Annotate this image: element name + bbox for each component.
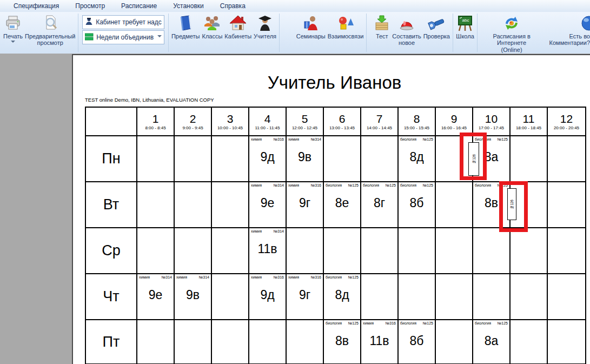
print-button[interactable]: Печать (2, 12, 24, 53)
period-number: 8 (414, 112, 420, 125)
timetable-cell[interactable] (137, 228, 175, 274)
period-number: 11 (523, 112, 535, 125)
timetable-cell[interactable] (473, 228, 511, 274)
timetable-cell[interactable] (137, 320, 175, 363)
period-number: 1 (153, 112, 159, 125)
test-button[interactable]: Тест (373, 12, 391, 53)
lesson-room: №125 (348, 275, 359, 279)
timetable-cell[interactable]: химия№3169д (249, 274, 287, 320)
timetable-cell[interactable] (511, 136, 548, 182)
menu-item-timetable[interactable]: Расписание (113, 2, 165, 10)
timetable-cell[interactable] (548, 182, 585, 228)
generate-button[interactable]: Составить новое (391, 12, 422, 53)
comments-button[interactable]: Есть во Комментарии? (538, 12, 590, 53)
house-icon (229, 14, 247, 33)
menu-item-view[interactable]: Просмотр (67, 2, 113, 10)
timetable-cell[interactable] (399, 274, 436, 320)
timetable-cell[interactable]: химия№3149в (287, 136, 324, 182)
timetable-cell[interactable] (324, 136, 361, 182)
weeks-join-combo[interactable]: Недели объединив (82, 30, 164, 44)
timetable-cell[interactable] (436, 274, 473, 320)
school-button[interactable]: abc Школа (455, 12, 476, 53)
timetable-cell[interactable] (436, 182, 473, 228)
timetable-cell[interactable]: биология№1258д (324, 274, 361, 320)
subjects-button[interactable]: Предметы (170, 12, 201, 53)
timetable-cell[interactable]: химия№31411в (249, 228, 287, 274)
timetable-cell[interactable] (511, 274, 548, 320)
menu-item-specification[interactable]: Спецификация (5, 2, 67, 10)
rooms-button[interactable]: Кабинеты (223, 12, 253, 53)
timetable-cell[interactable] (212, 136, 249, 182)
timetable-cell[interactable]: биология№1258г (361, 182, 399, 228)
timetable-cell[interactable]: химия№31611в (361, 320, 399, 363)
timetable-cell[interactable]: химия№3149е (249, 182, 287, 228)
lesson-subject: биология (326, 183, 342, 187)
chevron-down-icon[interactable] (157, 35, 162, 39)
menu-item-settings[interactable]: Установки (165, 2, 211, 10)
timetable-cell[interactable] (212, 274, 249, 320)
lesson-subject: химия (288, 183, 299, 187)
period-time: 8:00 - 8:45 (145, 125, 165, 130)
timetable-cell[interactable] (287, 228, 324, 274)
timetable-cell[interactable]: биология№1258в (324, 320, 361, 363)
timetable-cell[interactable]: химия№3169г (287, 274, 324, 320)
timetable-cell[interactable]: химия№3169д (249, 136, 287, 182)
timetable-cell[interactable] (324, 228, 361, 274)
timetable-cell[interactable]: химия№3149в (175, 274, 212, 320)
menu-item-help[interactable]: Справка (212, 2, 254, 10)
timetable-cell[interactable]: химия№3149е (137, 274, 175, 320)
timetable-cell[interactable] (137, 136, 175, 182)
timetable-cell[interactable] (511, 320, 548, 363)
timetable-cell[interactable] (175, 136, 212, 182)
classes-button[interactable]: Классы (201, 12, 224, 53)
timetable-cell[interactable] (399, 228, 436, 274)
toolbar: Печать Предварительный просмотр Кабинет … (0, 12, 590, 54)
timetable-cell[interactable] (436, 320, 473, 363)
teachers-button[interactable]: Учителя (253, 12, 277, 53)
lesson-room: №316 (386, 321, 396, 325)
timetable-cell[interactable] (473, 274, 511, 320)
timetable-cell[interactable] (548, 274, 585, 320)
lesson-class: 9д (249, 150, 286, 164)
lesson-room: №316 (311, 183, 321, 187)
lesson-room: №314 (274, 183, 284, 187)
timetable-cell[interactable] (361, 274, 399, 320)
seminars-button[interactable]: Семинары (295, 12, 327, 53)
day-cell: Пт (86, 320, 137, 363)
timetable-cell[interactable] (175, 228, 212, 274)
timetable-cell[interactable] (548, 320, 585, 363)
timetable-cell[interactable]: биология№1258б (399, 320, 436, 363)
timetable-cell[interactable] (361, 228, 399, 274)
weeks-icon (85, 33, 94, 42)
lesson-class: 8д (399, 150, 435, 164)
timetable-cell[interactable] (249, 320, 287, 363)
online-timetables-button[interactable]: Расписания в Интернете (Online) (486, 12, 538, 53)
timetable-cell[interactable] (137, 182, 175, 228)
timetable-cell[interactable] (212, 320, 249, 363)
timetable-cell[interactable]: биология№1258б (399, 182, 436, 228)
timetable-cell[interactable] (548, 228, 585, 274)
lesson-class: 8в (324, 334, 360, 348)
timetable-cell[interactable]: биология№1258е (324, 182, 361, 228)
timetable-cell[interactable]: химия№3169г (287, 182, 324, 228)
lesson-subject: биология (326, 321, 342, 325)
timetable-cell[interactable] (511, 228, 548, 274)
check-button[interactable]: Проверка (422, 12, 451, 53)
lesson-class: 9е (137, 288, 174, 302)
timetable-cell[interactable] (212, 228, 249, 274)
print-dropdown-caret[interactable] (11, 41, 15, 45)
timetable-cell[interactable] (287, 320, 324, 363)
room-supervision-combo[interactable]: Кабинет требует надсмот (82, 15, 164, 29)
timetable-cell[interactable]: биология№1258д (399, 136, 436, 182)
lesson-class: 11в (249, 242, 286, 256)
timetable-cell[interactable] (212, 182, 249, 228)
timetable-cell[interactable] (436, 228, 473, 274)
timetable-cell[interactable] (175, 182, 212, 228)
test-label: Тест (376, 33, 388, 39)
relations-button[interactable]: Взаимосвязи (327, 12, 365, 53)
timetable-cell[interactable]: биология№1258а (473, 320, 511, 363)
timetable-cell[interactable] (361, 136, 399, 182)
timetable-cell[interactable] (175, 320, 212, 363)
preview-button[interactable]: Предварительный просмотр (24, 12, 76, 53)
timetable-cell[interactable] (548, 136, 585, 182)
